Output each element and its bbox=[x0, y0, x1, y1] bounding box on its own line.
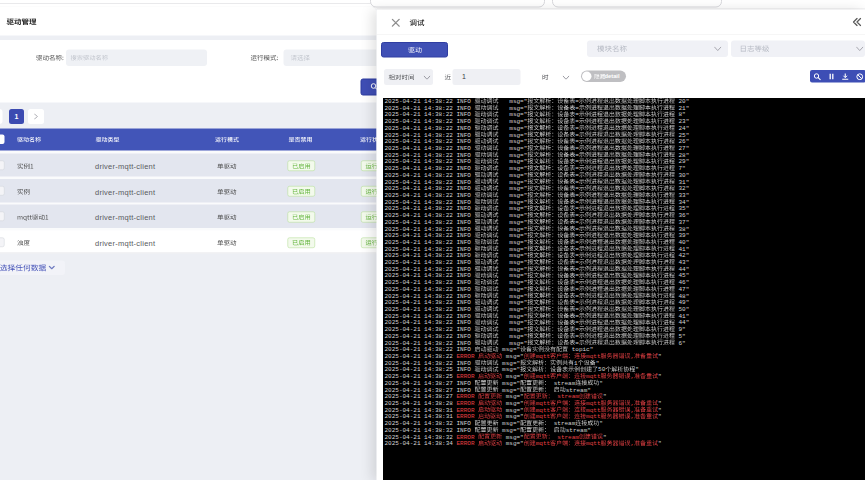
svg-text:6": 6" bbox=[679, 339, 686, 346]
svg-text:2025-04-21 14:38:34: 2025-04-21 14:38:34 bbox=[385, 440, 454, 447]
